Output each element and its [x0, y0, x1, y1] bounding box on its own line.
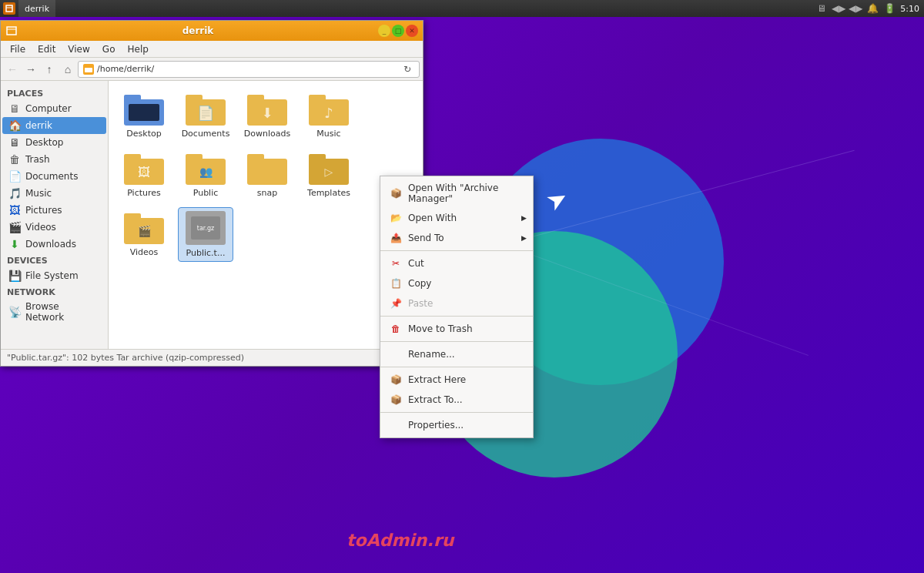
paste-icon: 📌 [390, 297, 402, 310]
taskbar-right: 🖥 ◀▶ ◀▶ 🔔 🔋 5:10 [815, 2, 924, 15]
file-item-videos[interactable]: 🎬 Videos [116, 207, 172, 262]
ctx-copy[interactable]: 📋 Copy [380, 273, 533, 293]
context-menu: 📦 Open With "Archive Manager" 📂 Open Wit… [380, 176, 534, 438]
ctx-send-to[interactable]: 📤 Send To [380, 228, 533, 248]
svg-rect-2 [7, 27, 16, 35]
file-label-pictures: Pictures [127, 188, 161, 198]
ctx-open-archive-manager[interactable]: 📦 Open With "Archive Manager" [380, 179, 533, 208]
sidebar-label-music: Music [25, 188, 52, 199]
home-button[interactable]: ⌂ [59, 61, 76, 78]
sidebar-item-pictures[interactable]: 🖼 Pictures [2, 202, 106, 219]
menu-view[interactable]: View [62, 42, 95, 56]
ctx-move-to-trash[interactable]: 🗑 Move to Trash [380, 319, 533, 339]
minimize-button[interactable]: _ [378, 25, 390, 37]
sidebar-label-trash: Trash [25, 154, 50, 165]
sidebar-item-downloads[interactable]: ⬇ Downloads [2, 236, 106, 253]
bell-icon[interactable]: 🔔 [866, 2, 879, 15]
monitor-icon[interactable]: 🖥 [815, 2, 828, 15]
ctx-label-paste: Paste [408, 298, 433, 309]
back-button[interactable]: ← [4, 61, 21, 78]
sidebar-label-derrik: derrik [25, 120, 52, 131]
sidebar-item-videos[interactable]: 🎬 Videos [2, 219, 106, 236]
toolbar: ← → ↑ ⌂ /home/derrik/ ↻ [1, 58, 423, 81]
sidebar-label-desktop: Desktop [25, 137, 64, 148]
ctx-label-properties: Properties... [408, 420, 464, 431]
ctx-open-with[interactable]: 📂 Open With [380, 208, 533, 228]
taskbar-title-text: derrik [25, 4, 49, 14]
file-item-pictures[interactable]: 🖼 Pictures [116, 148, 172, 201]
taskbar-window-title[interactable]: derrik [18, 0, 55, 17]
desktop-icon: 🖥 [8, 136, 21, 149]
file-label-videos: Videos [130, 247, 159, 257]
folder-documents-icon: 📄 [186, 92, 226, 126]
ctx-label-extract-to: Extract To... [408, 394, 463, 405]
extract-to-icon: 📦 [390, 394, 402, 406]
file-item-snap[interactable]: snap [239, 148, 295, 201]
filesystem-icon: 💾 [8, 270, 21, 282]
send-to-icon: 📤 [390, 232, 402, 244]
menu-help[interactable]: Help [121, 42, 154, 56]
addr-folder-icon [83, 64, 94, 75]
places-label: Places [1, 85, 108, 100]
file-item-templates[interactable]: ▷ Templates [301, 148, 357, 201]
network-icon2[interactable]: ◀▶ [849, 2, 862, 15]
sidebar-item-browse-network[interactable]: 📡 Browse Network [2, 299, 106, 325]
sidebar-item-filesystem[interactable]: 💾 File System [2, 267, 106, 284]
ctx-label-open-archive: Open With "Archive Manager" [408, 183, 524, 204]
battery-icon[interactable]: 🔋 [883, 2, 896, 15]
forward-button[interactable]: → [22, 61, 39, 78]
file-item-documents[interactable]: 📄 Documents [178, 89, 233, 142]
file-manager-window: derrik _ □ ✕ File Edit View Go Help ← → … [0, 20, 424, 367]
file-item-public[interactable]: 👥 Public [178, 148, 233, 201]
close-button[interactable]: ✕ [406, 25, 418, 37]
sidebar-item-music[interactable]: 🎵 Music [2, 185, 106, 202]
docs-icon: 📄 [8, 170, 21, 183]
file-item-downloads[interactable]: ⬇ Downloads [239, 89, 295, 142]
file-label-public: Public [193, 188, 219, 198]
videos-icon: 🎬 [8, 221, 21, 233]
extract-here-icon: 📦 [390, 374, 402, 386]
up-button[interactable]: ↑ [41, 61, 58, 78]
folder-public-icon: 👥 [186, 151, 226, 185]
ctx-rename[interactable]: Rename... [380, 344, 533, 364]
watermark: toAdmin.ru [346, 531, 454, 550]
file-item-music[interactable]: ♪ Music [301, 89, 357, 142]
reload-button[interactable]: ↻ [400, 62, 414, 76]
home-icon: 🏠 [8, 119, 21, 132]
sidebar-item-desktop[interactable]: 🖥 Desktop [2, 134, 106, 151]
sidebar: Places 🖥 Computer 🏠 derrik 🖥 Desktop 🗑 T… [1, 81, 109, 349]
file-item-desktop[interactable]: Desktop [116, 89, 172, 142]
ctx-label-send-to: Send To [408, 233, 444, 243]
taskbar-app-icon[interactable] [3, 2, 15, 15]
menu-go[interactable]: Go [96, 42, 122, 56]
address-bar[interactable]: /home/derrik/ ↻ [78, 61, 420, 78]
network-icon1[interactable]: ◀▶ [832, 2, 845, 15]
menubar: File Edit View Go Help [1, 41, 423, 58]
ctx-label-cut: Cut [408, 258, 424, 269]
maximize-button[interactable]: □ [392, 25, 404, 37]
files-area[interactable]: Desktop 📄 Documents [109, 81, 423, 349]
ctx-cut[interactable]: ✂ Cut [380, 253, 533, 273]
main-area: Places 🖥 Computer 🏠 derrik 🖥 Desktop 🗑 T… [1, 81, 423, 349]
downloads-icon: ⬇ [8, 238, 21, 250]
ctx-extract-to[interactable]: 📦 Extract To... [380, 390, 533, 410]
open-with-icon: 📂 [390, 212, 402, 224]
menu-edit[interactable]: Edit [32, 42, 62, 56]
sidebar-item-computer[interactable]: 🖥 Computer [2, 100, 106, 117]
network-browse-icon: 📡 [8, 306, 21, 318]
ctx-extract-here[interactable]: 📦 Extract Here [380, 370, 533, 390]
folder-downloads-icon: ⬇ [247, 92, 287, 126]
sidebar-item-documents[interactable]: 📄 Documents [2, 168, 106, 185]
file-item-archive[interactable]: tar.gz Public.t... [178, 207, 233, 262]
cut-icon: ✂ [390, 257, 402, 270]
computer-icon: 🖥 [8, 102, 21, 115]
trash-icon: 🗑 [8, 153, 21, 166]
address-text: /home/derrik/ [97, 64, 397, 74]
menu-file[interactable]: File [4, 42, 32, 56]
sidebar-item-trash[interactable]: 🗑 Trash [2, 151, 106, 168]
taskbar-left: derrik [0, 0, 55, 17]
folder-pictures-icon: 🖼 [124, 151, 164, 185]
sidebar-item-derrik[interactable]: 🏠 derrik [2, 117, 106, 134]
ctx-properties[interactable]: Properties... [380, 415, 533, 435]
file-label-desktop: Desktop [126, 129, 161, 139]
